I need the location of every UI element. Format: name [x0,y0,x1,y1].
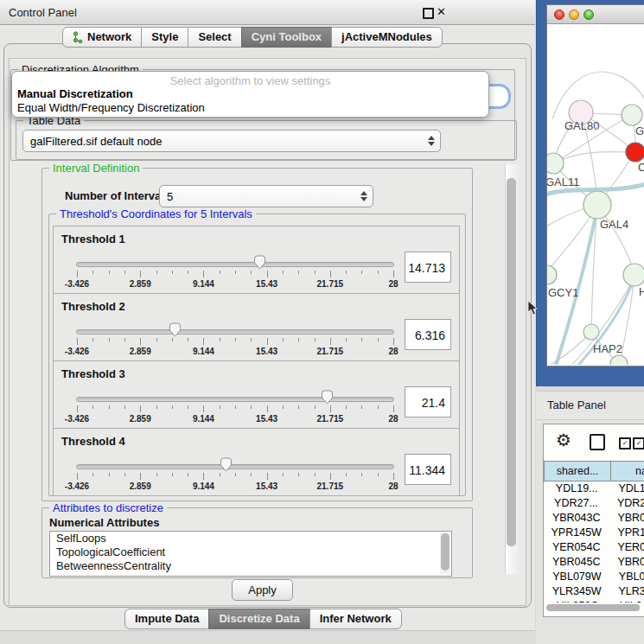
threshold-value-field[interactable]: 11.344 [405,454,451,485]
slider-tick [220,405,220,409]
settings-gear-icon[interactable]: ⚙ [556,430,571,450]
table-row[interactable]: YLR345WYLR3 [544,584,644,599]
slider-tick [298,338,299,341]
slider-tick-label: 15.43 [241,481,293,491]
algorithm-option-manual-discretization[interactable]: Manual Discretization [12,87,488,101]
minimize-traffic-light-icon[interactable] [569,10,579,20]
threshold-slider-track[interactable] [76,262,394,267]
attribute-item-selfloops[interactable]: SelfLoops [50,532,451,545]
apply-button[interactable]: Apply [232,579,293,601]
show-columns-icon[interactable] [590,434,605,450]
table-row[interactable]: YDL19...YDL1 [544,481,644,496]
slider-tick [346,271,347,274]
threshold-label: Threshold 2 [61,300,125,313]
network-node-gal11[interactable] [547,153,564,174]
cell-name: YBR0 [609,511,644,526]
slider-tick [283,271,284,274]
float-window-icon[interactable] [423,8,434,19]
threshold-slider-thumb[interactable] [169,322,182,337]
attributes-group: Attributes to discretize Numerical Attri… [41,507,473,578]
table-row[interactable]: YBR045CYBR0 [544,555,644,570]
network-node-gal4[interactable] [583,191,611,219]
column-header-name[interactable]: name [611,461,644,481]
cell-shared-name: YDR27... [544,496,609,511]
threshold-slider-thumb[interactable] [253,255,266,270]
slider-tick [124,473,125,476]
slider-tick [283,473,284,476]
tab-network[interactable]: Network [62,27,142,48]
attribute-item-topologicalcoefficient[interactable]: TopologicalCoefficient [50,545,451,559]
tab-cyni-toolbox[interactable]: Cyni Toolbox [241,27,332,48]
network-window-titlebar[interactable] [547,5,644,24]
threshold-slider-track[interactable] [76,397,394,402]
number-of-intervals-combo[interactable]: 5 [159,185,373,207]
network-node-gcy1[interactable] [547,265,557,284]
slider-tick [156,405,157,409]
tab-infer-network[interactable]: Infer Network [309,609,402,629]
algorithm-dropdown-popup[interactable]: Select algorithm to view settings Manual… [11,71,489,118]
tab-style[interactable]: Style [141,27,188,48]
close-icon[interactable]: ✕ [437,5,446,18]
panel-title: Control Panel [9,6,77,19]
tab-jactivemnodules[interactable]: jActiveMNodules [331,27,443,48]
list-scrollbar[interactable] [440,532,450,574]
network-node-h[interactable] [623,264,644,286]
table-row[interactable]: YER054CYER0 [544,540,644,555]
threshold-value-field[interactable]: 6.316 [405,319,451,350]
network-node-ga[interactable] [622,105,642,125]
network-node-hap2[interactable] [583,324,599,340]
column-header-shared[interactable]: shared... [544,461,611,481]
slider-tick [124,405,125,409]
slider-tick [346,473,347,476]
cell-shared-name: YIL052C [544,599,611,603]
combo-stepper-icon [360,191,367,201]
numerical-attributes-list[interactable]: SelfLoopsTopologicalCoefficientBetweenne… [49,531,452,577]
slider-tick [251,405,252,409]
threshold-value-field[interactable]: 21.4 [405,386,451,418]
zoom-traffic-light-icon[interactable] [583,10,594,20]
tab-label: jActiveMNodules [341,28,432,47]
deselect-checkbox-icon[interactable]: ✓ [633,437,644,450]
threshold-slider-track[interactable] [76,329,394,335]
table-body: YDL19...YDL1YDR27...YDR2YBR043CYBR0YPR14… [544,481,644,603]
table-row[interactable]: YIL052CYIL0 [544,599,644,603]
threshold-slider-track[interactable] [76,464,394,469]
slider-tick [220,338,220,341]
network-canvas[interactable]: GAL80GACGAL11GAL4GCY1HHAP2 [547,24,644,365]
table-row[interactable]: YDR27...YDR2 [544,496,644,511]
threshold-value-field[interactable]: 14.713 [405,252,451,283]
slider-tick-label: 2.859 [114,347,166,356]
slider-tick [77,338,78,345]
table-row[interactable]: YPR145WYPR1 [544,526,644,540]
attribute-item-betweennesscentrality[interactable]: BetweennessCentrality [50,559,451,573]
numerical-attributes-label: Numerical Attributes [49,516,159,529]
tab-label: Discretize Data [219,609,299,628]
slider-tick-label: 9.144 [177,414,229,424]
network-node[interactable] [610,355,628,365]
slider-tick [92,473,93,476]
threshold-slider-thumb[interactable] [220,457,233,472]
tab-impute-data[interactable]: Impute Data [124,609,209,629]
table-row[interactable]: YBL079WYBL0 [544,570,644,584]
network-node-c[interactable] [626,143,644,162]
table-row[interactable]: YBR043CYBR0 [544,511,644,526]
slider-tick [109,473,110,476]
select-all-checkbox-icon[interactable]: ✓ [619,437,631,450]
close-traffic-light-icon[interactable] [554,10,564,20]
table-panel-title: Table Panel [547,399,606,411]
list-scrollbar-thumb[interactable] [441,533,450,571]
slider-tick-label: 15.43 [241,279,293,289]
table-data-combo[interactable]: galFiltered.sif default node [22,130,441,152]
tab-select[interactable]: Select [188,27,241,48]
table-horizontal-scrollbar[interactable] [546,604,640,611]
slider-tick [140,405,141,412]
slider-tick [361,271,362,274]
slider-tick [220,473,220,476]
cell-shared-name: YBR043C [544,511,609,526]
threshold-slider-thumb[interactable] [321,390,334,405]
cell-shared-name: YBR045C [544,555,609,570]
tab-discretize-data[interactable]: Discretize Data [208,609,309,629]
algorithm-option-equal-width-frequency-discretization[interactable]: Equal Width/Frequency Discretization [12,101,488,115]
slider-tick [172,405,173,409]
settings-scrollbar-thumb[interactable] [507,178,516,546]
